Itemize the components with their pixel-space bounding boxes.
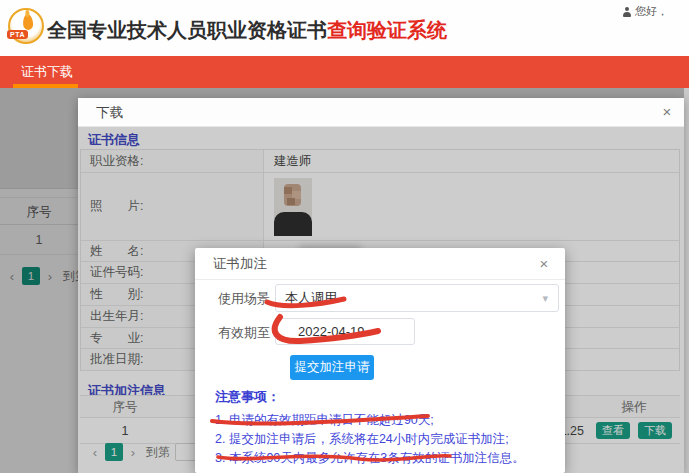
- note-line-1: 1. 申请的有效期距申请日不能超过90天;: [215, 411, 555, 430]
- site-header: PTA 全国专业技术人员职业资格证书查询验证系统 您好，: [0, 0, 689, 56]
- notes-heading: 注意事项：: [215, 388, 555, 406]
- usage-scene-label: 使用场景：: [217, 290, 283, 308]
- notes-section: 注意事项： 1. 申请的有效期距申请日不能超过90天; 2. 提交加注申请后，系…: [215, 388, 555, 468]
- site-title-red: 查询验证系统: [327, 19, 447, 41]
- chevron-down-icon: ▾: [542, 285, 548, 311]
- close-icon[interactable]: ×: [658, 103, 676, 121]
- valid-until-input[interactable]: [275, 318, 415, 345]
- close-icon[interactable]: ×: [535, 255, 553, 273]
- usage-scene-value: 本人调用: [285, 290, 337, 305]
- user-greeting: 您好，: [622, 4, 668, 19]
- download-dialog-header: 下载 ×: [78, 98, 684, 127]
- flame-icon: [22, 14, 33, 31]
- app-window: PTA 全国专业技术人员职业资格证书查询验证系统 您好， 证书下载 序号 1 ‹…: [0, 0, 689, 473]
- valid-until-label: 有效期至：: [217, 324, 283, 342]
- submit-annotation-button[interactable]: 提交加注申请: [290, 355, 374, 380]
- page-scrollbar[interactable]: [684, 88, 689, 473]
- annotation-dialog-title: 证书加注: [213, 248, 267, 280]
- annotation-dialog: 证书加注 × 使用场景： 本人调用 ▾ 有效期至： 提交加注申请 注意事项： 1…: [195, 248, 565, 473]
- logo-badge: PTA: [7, 30, 28, 39]
- nav-bar: 证书下载: [0, 56, 689, 88]
- usage-scene-select[interactable]: 本人调用 ▾: [275, 284, 559, 312]
- person-icon: [622, 7, 632, 17]
- greeting-text: 您好，: [635, 4, 668, 19]
- site-title: 全国专业技术人员职业资格证书查询验证系统: [47, 17, 447, 44]
- note-line-3: 3. 本系统90天内最多允许存在3条有效的证书加注信息。: [215, 449, 555, 468]
- download-dialog-title: 下载: [96, 98, 123, 127]
- note-line-2: 2. 提交加注申请后，系统将在24小时内完成证书加注;: [215, 430, 555, 449]
- pta-logo-icon: PTA: [8, 8, 44, 44]
- site-title-black: 全国专业技术人员职业资格证书: [47, 19, 327, 41]
- annotation-dialog-header: 证书加注 ×: [195, 248, 565, 280]
